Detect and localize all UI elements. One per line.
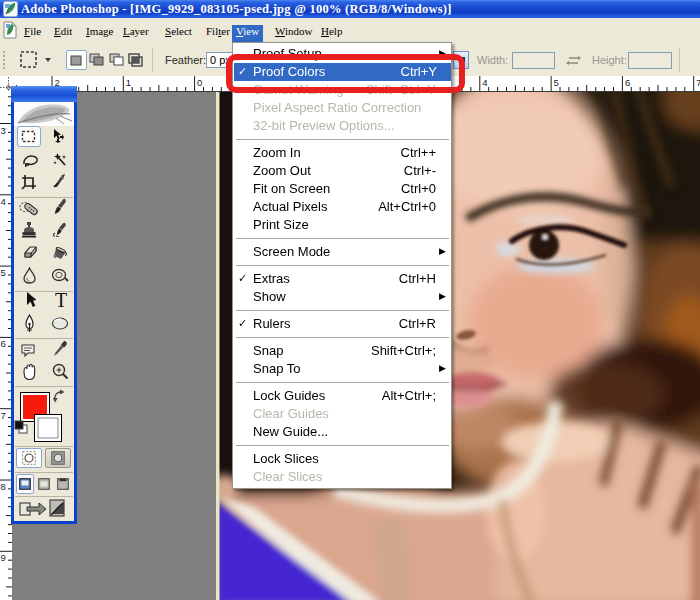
svg-text:4: 4 [1,196,6,207]
svg-text:6: 6 [1,338,6,349]
svg-text:3: 3 [1,125,6,136]
svg-text:4: 4 [482,77,487,88]
svg-text:6: 6 [625,77,630,88]
svg-text:5: 5 [1,267,6,278]
svg-text:8: 8 [1,481,6,492]
svg-text:7: 7 [1,410,6,421]
svg-text:5: 5 [554,77,559,88]
svg-text:0: 0 [197,77,202,88]
svg-text:1: 1 [126,77,131,88]
svg-text:7: 7 [696,77,700,88]
svg-text:9: 9 [1,552,6,563]
